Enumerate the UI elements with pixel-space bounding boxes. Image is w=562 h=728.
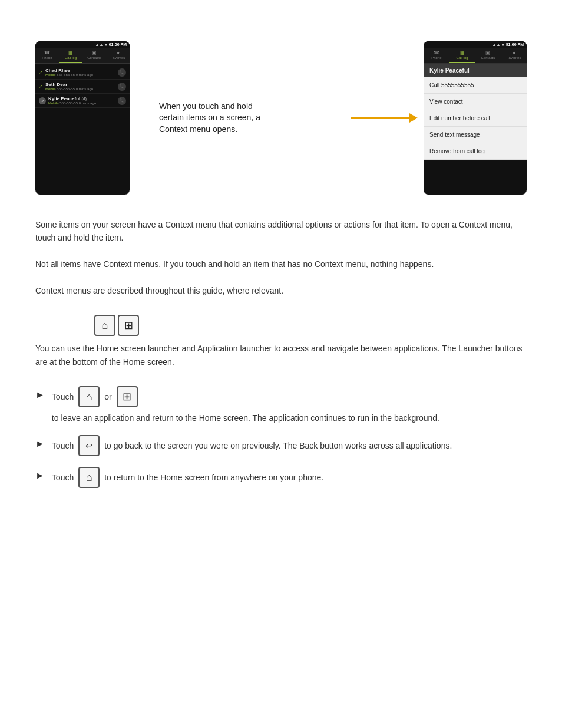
context-item-view[interactable]: View contact	[424, 94, 527, 110]
left-time: 01:00 PM	[109, 42, 127, 47]
tab-favorites[interactable]: ★ Favorites	[106, 48, 130, 63]
favorites-tab-icon: ★	[116, 50, 120, 55]
page-content: ▲▲ ■ 01:00 PM ☎ Phone ▦ Call log ▣ Conta…	[0, 0, 562, 523]
contact-row-seth[interactable]: ↗ Seth Dear Mobile 555-555-55 0 mins ago…	[35, 80, 130, 94]
chad-name: Chad Rhee	[45, 68, 115, 73]
phone-left: ▲▲ ■ 01:00 PM ☎ Phone ▦ Call log ▣ Conta…	[35, 41, 130, 195]
bullet-arrow-1: ►	[35, 390, 45, 400]
annotation-text: When you touch and hold certain items on…	[159, 101, 277, 136]
bullet-back-icon: ↩	[78, 435, 100, 456]
favorites-tab-label: Favorites	[111, 56, 125, 60]
tab-contacts[interactable]: ▣ Contacts	[82, 48, 106, 63]
tab-phone[interactable]: ☎ Phone	[35, 48, 59, 63]
body-para-2: Not all items have Context menus. If you…	[35, 258, 527, 271]
bullet-text-3b: to return to the Home screen from anywhe…	[104, 472, 323, 484]
bullet-text-2b: to go back to the screen you were on pre…	[104, 440, 452, 452]
home-icon: ⌂	[102, 319, 108, 332]
right-signal-icon: ▲▲	[492, 42, 501, 47]
context-item-remove[interactable]: Remove from call log	[424, 143, 527, 160]
status-icons: ▲▲ ■	[95, 42, 107, 47]
bullet-home-icon-2: ⌂	[78, 467, 100, 488]
kylie-detail: Mobile 555-555-55 0 mins ago	[48, 101, 115, 105]
arrow-line	[351, 117, 409, 119]
phone-tab-label: Phone	[42, 56, 52, 60]
bullet-text-1c: to leave an application and return to th…	[52, 412, 439, 424]
context-menu-header: Kylie Peaceful	[424, 64, 527, 77]
right-tab-phone[interactable]: ☎ Phone	[424, 48, 449, 63]
calllog-tab-label: Call log	[65, 56, 77, 60]
seth-name: Seth Dear	[45, 82, 115, 87]
body-para-3: Context menus are described throughout t…	[35, 284, 527, 297]
bullet-apps-icon: ⊞	[117, 386, 138, 407]
seth-detail: Mobile 555-555-55 0 mins ago	[45, 87, 115, 91]
screenshots-section: ▲▲ ■ 01:00 PM ☎ Phone ▦ Call log ▣ Conta…	[35, 41, 527, 195]
kylie-name: Kylie Peaceful (4)	[48, 96, 115, 101]
right-tab-contacts[interactable]: ▣ Contacts	[475, 48, 501, 63]
right-tab-calllog[interactable]: ▦ Call log	[449, 48, 475, 63]
right-favorites-label: Favorites	[507, 56, 521, 60]
context-item-call[interactable]: Call 5555555555	[424, 77, 527, 94]
body-section-1: Some items on your screen have a Context…	[35, 218, 527, 297]
bullet-text-1a: Touch	[52, 391, 74, 403]
bullet-text-3a: Touch	[52, 472, 74, 484]
left-phone-tabs: ☎ Phone ▦ Call log ▣ Contacts ★ Favorite…	[35, 48, 130, 64]
battery-icon: ■	[104, 42, 107, 47]
contacts-tab-icon: ▣	[92, 50, 97, 55]
bullet-content-3: Touch ⌂ to return to the Home screen fro…	[52, 467, 323, 488]
right-status-bar: ▲▲ ■ 91:00 PM	[424, 41, 527, 48]
right-contacts-label: Contacts	[481, 56, 495, 60]
home-icon-box: ⌂	[94, 315, 115, 336]
right-battery-icon: ■	[501, 42, 504, 47]
arrow-head	[409, 113, 418, 123]
right-phone-tabs: ☎ Phone ▦ Call log ▣ Contacts ★ Favorite…	[424, 48, 527, 64]
tab-calllog[interactable]: ▦ Call log	[59, 48, 82, 63]
kylie-icon: ↙	[39, 97, 46, 104]
bullet-content-2: Touch ↩ to go back to the screen you wer…	[52, 435, 452, 456]
body-para-1: Some items on your screen have a Context…	[35, 218, 527, 245]
right-tab-favorites[interactable]: ★ Favorites	[501, 48, 527, 63]
seth-call-btn[interactable]: 📞	[118, 83, 126, 91]
kylie-call-btn[interactable]: 📞	[118, 97, 126, 105]
chad-call-btn[interactable]: 📞	[118, 68, 126, 77]
right-phone-label: Phone	[431, 56, 441, 60]
outgoing-arrow-seth: ↗	[39, 84, 43, 89]
apps-icon-box: ⊞	[118, 315, 139, 336]
signal-icon: ▲▲	[95, 42, 104, 47]
contact-row-chad[interactable]: ↗ Chad Rhee Mobile 555-555-55 0 mins ago…	[35, 65, 130, 80]
apps-icon: ⊞	[124, 319, 133, 332]
calllog-tab-icon: ▦	[68, 50, 73, 55]
kylie-info: Kylie Peaceful (4) Mobile 555-555-55 0 m…	[48, 96, 115, 105]
bullet-home-icon: ⌂	[78, 386, 100, 407]
outgoing-arrow-chad: ↗	[39, 70, 43, 75]
bullet-arrow-3: ►	[35, 470, 45, 481]
right-time: 91:00 PM	[506, 42, 524, 47]
contact-row-kylie[interactable]: ↙ Kylie Peaceful (4) Mobile 555-555-55 0…	[35, 94, 130, 108]
contact-list: ↗ Chad Rhee Mobile 555-555-55 0 mins ago…	[35, 64, 130, 110]
right-status-icons: ▲▲ ■	[492, 42, 504, 47]
bullet-text-2a: Touch	[52, 440, 74, 452]
icons-row: ⌂ ⊞	[94, 315, 527, 336]
bullet-arrow-2: ►	[35, 439, 45, 449]
chad-info: Chad Rhee Mobile 555-555-55 0 mins ago	[45, 68, 115, 77]
left-status-bar: ▲▲ ■ 01:00 PM	[35, 41, 130, 48]
right-phone-icon: ☎	[434, 50, 439, 55]
context-arrow	[351, 113, 418, 123]
contacts-tab-label: Contacts	[87, 56, 101, 60]
right-contacts-icon: ▣	[485, 50, 490, 55]
bullet-content-1: Touch ⌂ or ⊞ to leave an application and…	[52, 386, 527, 424]
right-favorites-icon: ★	[512, 50, 516, 55]
seth-info: Seth Dear Mobile 555-555-55 0 mins ago	[45, 82, 115, 91]
context-item-edit[interactable]: Edit number before call	[424, 110, 527, 127]
phone-tab-icon: ☎	[44, 50, 50, 55]
body-para-4: You can use the Home screen launcher and…	[35, 342, 527, 368]
chad-detail: Mobile 555-555-55 0 mins ago	[45, 73, 115, 77]
annotation-area: When you touch and hold certain items on…	[130, 41, 424, 195]
bullet-section: ► Touch ⌂ or ⊞ to leave an application a…	[35, 386, 527, 488]
context-item-sms[interactable]: Send text message	[424, 127, 527, 143]
bullet-text-1b: or	[104, 391, 111, 403]
phone-right: ▲▲ ■ 91:00 PM ☎ Phone ▦ Call log ▣ Conta…	[424, 41, 527, 195]
body-section-2: You can use the Home screen launcher and…	[35, 342, 527, 368]
right-calllog-icon: ▦	[460, 50, 465, 55]
bullet-row-1: ► Touch ⌂ or ⊞ to leave an application a…	[35, 386, 527, 424]
right-calllog-label: Call log	[457, 56, 468, 60]
